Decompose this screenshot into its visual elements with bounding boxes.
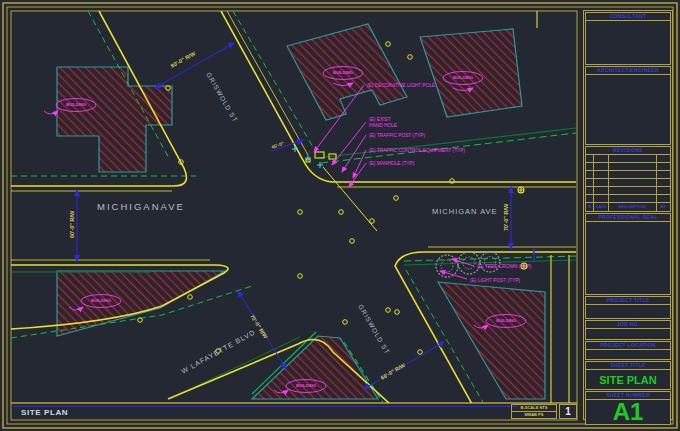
callout-tree-crown: (E) TREE CROWN (TYP) xyxy=(477,264,532,269)
scale-line-2: MMAB PS xyxy=(512,412,556,418)
footer-divider-line xyxy=(11,406,517,407)
seal-header: PROFESSIONAL SEAL xyxy=(586,214,670,222)
dim-east: 70'-0" R/W xyxy=(503,203,509,231)
sheet-title-header: SHEET TITLE xyxy=(586,362,670,370)
project-location-header: PROJECT LOCATION xyxy=(586,342,670,350)
scale-note: B-SCALE NTS MMAB PS xyxy=(511,404,557,419)
sheet-title-value: SITE PLAN xyxy=(586,370,670,389)
revisions-table: N DATE DESCRIPTION BY xyxy=(586,155,670,211)
view-title: SITE PLAN xyxy=(21,408,68,417)
building-top-right xyxy=(420,29,522,117)
titleblock-sheet-title: SHEET TITLE SITE PLAN xyxy=(585,361,671,390)
titleblock-architect: ARCHITECT/ENGINEER xyxy=(585,66,671,145)
revisions-header: REVISIONS xyxy=(586,147,670,155)
marker-crosses xyxy=(292,146,323,168)
titleblock-sheet-number: SHEET NUMBER A1 xyxy=(585,391,671,425)
callout-traffic-control-equipment: (E) TRAFFIC CONTROL EQUIPMENT (TYP) xyxy=(369,148,466,153)
title-block: CONSULTANT ARCHITECT/ENGINEER REVISIONS … xyxy=(583,10,673,420)
street-michigan-east: MICHIGAN AVE xyxy=(432,207,498,216)
rev-col-by: BY xyxy=(657,203,670,211)
building-top-left xyxy=(57,67,172,172)
callout-light-post: (E) LIGHT POST (TYP) xyxy=(470,278,520,283)
rev-col-description: DESCRIPTION xyxy=(609,203,657,211)
svg-text:BUILDING: BUILDING xyxy=(333,70,353,75)
svg-text:BUILDING: BUILDING xyxy=(453,75,473,80)
manhole-symbols xyxy=(138,42,455,355)
titleblock-project-location: PROJECT LOCATION xyxy=(585,341,671,360)
titleblock-seal: PROFESSIONAL SEAL xyxy=(585,213,671,295)
svg-text:BUILDING: BUILDING xyxy=(296,383,316,388)
site-plan-canvas: 60'-0" R/W 80'-0" R/W 70'-0" R/W 70'-0" … xyxy=(0,0,680,431)
drawing-sheet: 60'-0" R/W 80'-0" R/W 70'-0" R/W 70'-0" … xyxy=(0,0,680,431)
callout-exist-handhole-2: HAND HOLE xyxy=(369,123,397,128)
viewport-footer: SITE PLAN B-SCALE NTS MMAB PS 1 xyxy=(11,403,577,420)
job-no-header: JOB NO. xyxy=(586,321,670,329)
callout-traffic-post: (E) TRAFFIC POST (TYP) xyxy=(369,133,425,138)
building-bottom-right xyxy=(438,282,545,399)
street-lafayette: W LAFAYETTE BLVD xyxy=(180,328,256,375)
project-title-header: PROJECT TITLE xyxy=(586,297,670,305)
page-number: 1 xyxy=(559,404,577,419)
rev-col-no: N xyxy=(586,203,594,211)
street-griswold-north: GRISWOLD ST xyxy=(205,71,239,123)
architect-header: ARCHITECT/ENGINEER xyxy=(586,67,670,75)
titleblock-project-title: PROJECT TITLE xyxy=(585,296,671,319)
svg-text:BUILDING: BUILDING xyxy=(66,102,86,107)
svg-text:BUILDING: BUILDING xyxy=(496,318,516,323)
titleblock-job-no: JOB NO. xyxy=(585,320,671,340)
callout-manhole: (E) MANHOLE (TYP) xyxy=(369,161,415,166)
scale-line-1: B-SCALE NTS xyxy=(512,405,556,412)
svg-text:BUILDING: BUILDING xyxy=(91,298,111,303)
sheet-number-value: A1 xyxy=(586,400,670,424)
dim-southeast: 66'-0" R/W xyxy=(380,362,407,381)
building-bottom-center xyxy=(252,336,378,399)
callout-exist-handhole-1: (E) EXIST xyxy=(369,117,391,122)
titleblock-consultant: CONSULTANT xyxy=(585,12,671,65)
street-michigan-west: MICHIGANAVE xyxy=(97,201,185,212)
callout-decorative-light-pole: (E) DECORATIVE LIGHT POLE xyxy=(367,83,435,88)
dim-west: 60'-0" R/W xyxy=(69,210,75,238)
rev-col-date: DATE xyxy=(594,203,608,211)
consultant-header: CONSULTANT xyxy=(586,13,670,21)
titleblock-revisions: REVISIONS N DATE DESCRIPTION BY xyxy=(585,146,671,212)
